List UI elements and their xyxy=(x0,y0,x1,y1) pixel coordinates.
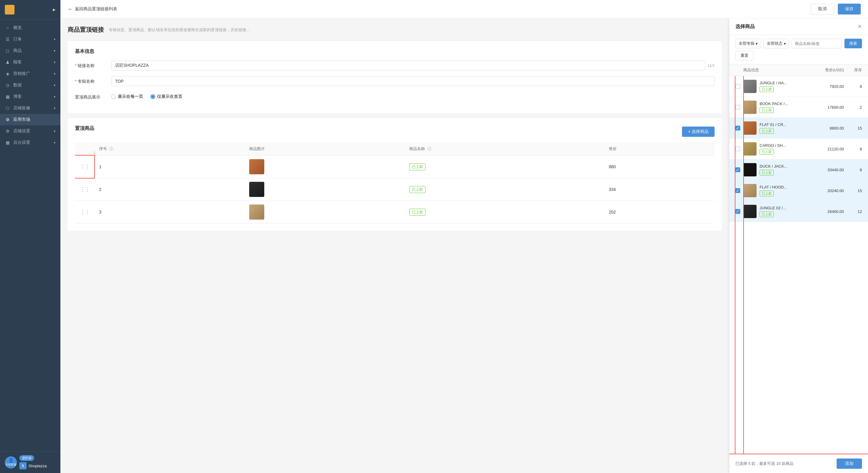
drag-cell: ⋮⋮ xyxy=(75,178,94,201)
support-button[interactable]: 👤 在线客服 xyxy=(5,456,17,469)
sidebar-item-marketing[interactable]: ◈ 营销推广 ▾ xyxy=(0,68,60,80)
panel-title: 选择商品 xyxy=(736,24,755,30)
name-cell: 已上架 xyxy=(404,178,604,201)
sidebar-item-customers[interactable]: ♟ 顾客 ▾ xyxy=(0,57,60,68)
drag-handle[interactable]: ⋮⋮ xyxy=(80,186,89,192)
product-info: JUNGLE 02 /... 已上架 xyxy=(760,206,814,217)
link-name-label: * 链接名称 xyxy=(75,61,111,69)
drag-handle[interactable]: ⋮⋮ xyxy=(80,164,89,170)
sidebar-item-label: 后台设置 xyxy=(13,140,30,145)
select-product-button[interactable]: + 选择商品 xyxy=(682,127,715,137)
page-title-text: 商品置顶链接 xyxy=(68,26,104,34)
orders-icon: ☰ xyxy=(5,36,10,42)
product-price: 17600.00 xyxy=(817,105,844,109)
radio-home-only[interactable]: 仅展示在首页 xyxy=(150,94,182,99)
product-name: JUNGLE / HA... xyxy=(760,81,814,85)
product-checkbox[interactable]: ✓ xyxy=(736,188,740,193)
link-name-input[interactable] xyxy=(111,61,705,70)
chevron-down-icon: ▾ xyxy=(54,95,56,99)
col-price-header: 售价(USD) xyxy=(814,67,844,73)
product-checkbox[interactable] xyxy=(736,105,740,109)
sidebar-item-data[interactable]: ◷ 数据 ▾ xyxy=(0,80,60,91)
status-badge: 已上架 xyxy=(760,149,774,155)
product-stock: 8 xyxy=(847,147,862,151)
table-row: ⋮⋮ 3 已上架 xyxy=(75,201,715,223)
sidebar-item-products[interactable]: ◻ 商品 ▾ xyxy=(0,45,60,57)
chevron-down-icon: ▾ xyxy=(756,41,758,46)
list-item: ✓ DUCK / JACK... 已上架 33440.00 8 xyxy=(730,159,868,180)
logo-icon xyxy=(5,5,14,14)
album-name-control xyxy=(111,76,715,86)
album-name-input[interactable] xyxy=(111,76,715,86)
products-icon: ◻ xyxy=(5,48,10,54)
reset-button[interactable]: 重置 xyxy=(736,51,753,60)
backend-settings-icon: ▦ xyxy=(5,140,10,145)
product-stock: 2 xyxy=(847,105,862,109)
price-cell: 334 xyxy=(604,178,715,201)
customers-icon: ♟ xyxy=(5,60,10,65)
status-badge: 已上架 xyxy=(760,86,774,92)
chevron-down-icon: ▾ xyxy=(54,141,56,145)
sidebar-item-store-settings[interactable]: ⚙ 店铺设置 ▾ xyxy=(0,125,60,137)
col-name: 商品名称 ⓘ xyxy=(404,143,604,156)
product-checkbox[interactable] xyxy=(736,147,740,151)
cancel-button[interactable]: 取消 xyxy=(811,4,834,14)
radio-circle-every xyxy=(111,94,116,99)
form-header: 商品置顶链接 专辑信息、置顶商品、默认域名等信息的更改都将生成新的置顶链接，历史… xyxy=(68,26,722,34)
sidebar-item-overview[interactable]: ○ 概览 xyxy=(0,22,60,34)
image-cell xyxy=(244,178,404,201)
status-badge: 已上架 xyxy=(760,212,774,217)
product-name: DUCK / JACK... xyxy=(760,164,814,168)
status-badge: 已上架 xyxy=(760,170,774,176)
product-info: DUCK / JACK... 已上架 xyxy=(760,164,814,176)
product-thumbnail xyxy=(249,182,264,197)
sidebar-item-backend-settings[interactable]: ▦ 后台设置 ▾ xyxy=(0,137,60,148)
display-label: 置顶商品展示 xyxy=(75,92,111,100)
sidebar: ▶ ○ 概览 ☰ 订单 ▾ ◻ 商品 ▾ ♟ 顾客 ▾ ◈ 营销推广 ▾ ◷ 数… xyxy=(0,0,60,473)
chevron-down-icon: ▾ xyxy=(54,129,56,133)
sidebar-item-store-design[interactable]: ⬡ 店铺装修 ▾ xyxy=(0,102,60,114)
search-input[interactable] xyxy=(792,39,842,48)
info-icon: ⓘ xyxy=(427,147,431,151)
radio-home-label: 仅展示在首页 xyxy=(157,94,182,99)
sidebar-logo: ▶ xyxy=(0,0,60,20)
chevron-down-icon: ▾ xyxy=(54,72,56,76)
col-drag xyxy=(75,143,94,156)
product-name: FLAT / HOOD... xyxy=(760,185,814,189)
product-checkbox[interactable] xyxy=(736,84,740,89)
close-button[interactable]: ✕ xyxy=(858,23,862,30)
status-filter[interactable]: 全部状态 ▾ xyxy=(764,39,789,48)
add-button[interactable]: 添加 xyxy=(837,459,862,469)
drag-handle[interactable]: ⋮⋮ xyxy=(80,209,89,215)
product-checkbox[interactable]: ✓ xyxy=(736,209,740,214)
seq-cell: 1 xyxy=(94,156,244,178)
radio-every-page[interactable]: 展示在每一页 xyxy=(111,94,143,99)
sidebar-item-label: 店铺装修 xyxy=(13,105,30,111)
product-section-title: 置顶商品 xyxy=(75,125,94,132)
name-cell: 已上架 xyxy=(404,156,604,178)
col-stock-header: 库存 xyxy=(844,67,862,73)
sidebar-footer: 👤 在线客服 进阶版 S Shoplazza xyxy=(0,451,60,473)
list-item: BOOK PACK /... 已上架 17600.00 2 xyxy=(730,97,868,118)
topbar: ← 返回商品置顶链接列表 取消 保存 xyxy=(60,0,868,19)
save-button[interactable]: 保存 xyxy=(838,4,861,14)
display-control: 展示在每一页 仅展示在首页 xyxy=(111,92,715,99)
panel-header: 选择商品 ✕ xyxy=(730,19,868,35)
sidebar-item-blog[interactable]: ▦ 博客 ▾ xyxy=(0,91,60,102)
table-row: ↓ ⋮⋮ 1 已上架 xyxy=(75,156,715,178)
overview-icon: ○ xyxy=(5,25,10,31)
product-checkbox[interactable]: ✓ xyxy=(736,167,740,172)
radio-circle-home xyxy=(150,94,155,99)
status-badge: 已上架 xyxy=(760,128,774,134)
display-row: 置顶商品展示 展示在每一页 仅展示在首页 xyxy=(75,92,715,100)
sidebar-item-orders[interactable]: ☰ 订单 ▾ xyxy=(0,34,60,45)
sidebar-nav: ○ 概览 ☰ 订单 ▾ ◻ 商品 ▾ ♟ 顾客 ▾ ◈ 营销推广 ▾ ◷ 数据 … xyxy=(0,20,60,451)
sidebar-item-label: 数据 xyxy=(13,83,22,88)
search-button[interactable]: 搜索 xyxy=(844,39,862,48)
back-button[interactable]: ← 返回商品置顶链接列表 xyxy=(68,6,117,12)
nav-expand-icon[interactable]: ▶ xyxy=(53,7,56,12)
product-checkbox[interactable]: ✓ xyxy=(736,126,740,130)
album-filter[interactable]: 全部专辑 ▾ xyxy=(736,39,761,48)
sidebar-item-label: 应用市场 xyxy=(13,117,30,122)
sidebar-item-app-market[interactable]: ⚙ 应用市场 xyxy=(0,114,60,125)
